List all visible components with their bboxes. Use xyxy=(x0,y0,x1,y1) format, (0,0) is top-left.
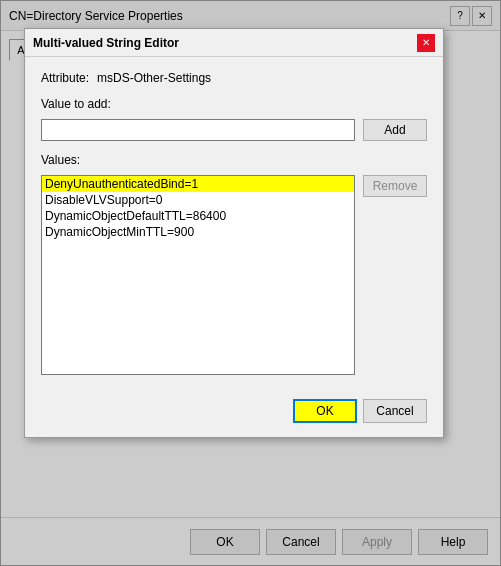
values-buttons: Remove xyxy=(363,175,427,375)
attribute-value: msDS-Other-Settings xyxy=(97,71,211,85)
remove-button[interactable]: Remove xyxy=(363,175,427,197)
inner-dialog-title: Multi-valued String Editor xyxy=(33,36,417,50)
values-label: Values: xyxy=(41,153,427,167)
inner-titlebar: Multi-valued String Editor ✕ xyxy=(25,29,443,57)
attribute-label: Attribute: xyxy=(41,71,89,85)
value-to-add-label: Value to add: xyxy=(41,97,427,111)
inner-close-button[interactable]: ✕ xyxy=(417,34,435,52)
list-item[interactable]: DynamicObjectDefaultTTL=86400 xyxy=(42,208,354,224)
inner-body: Attribute: msDS-Other-Settings Value to … xyxy=(25,57,443,389)
list-item[interactable]: DenyUnauthenticatedBind=1 xyxy=(42,176,354,192)
add-button[interactable]: Add xyxy=(363,119,427,141)
inner-footer: OK Cancel xyxy=(25,389,443,437)
list-item[interactable]: DisableVLVSupport=0 xyxy=(42,192,354,208)
input-row: Add xyxy=(41,119,427,141)
value-input[interactable] xyxy=(41,119,355,141)
inner-cancel-button[interactable]: Cancel xyxy=(363,399,427,423)
values-list[interactable]: DenyUnauthenticatedBind=1DisableVLVSuppo… xyxy=(41,175,355,375)
values-section: DenyUnauthenticatedBind=1DisableVLVSuppo… xyxy=(41,175,427,375)
list-item[interactable]: DynamicObjectMinTTL=900 xyxy=(42,224,354,240)
inner-dialog: Multi-valued String Editor ✕ Attribute: … xyxy=(24,28,444,438)
attribute-row: Attribute: msDS-Other-Settings xyxy=(41,71,427,85)
inner-ok-button[interactable]: OK xyxy=(293,399,357,423)
